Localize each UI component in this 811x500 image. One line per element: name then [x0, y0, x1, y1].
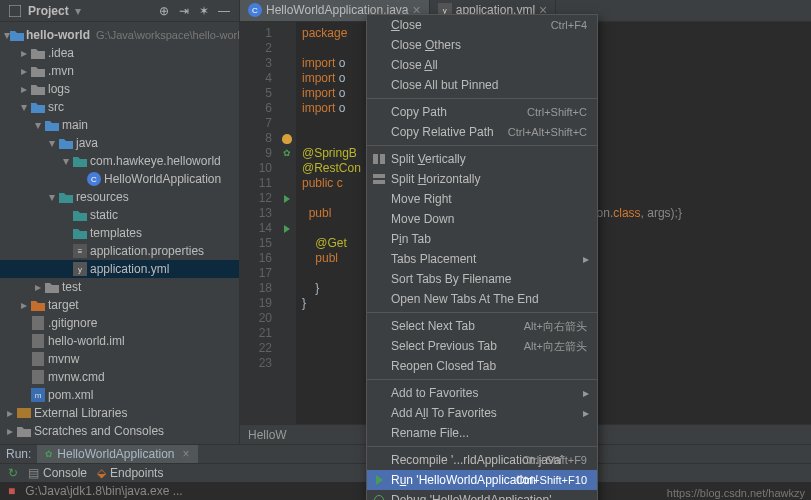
project-icon	[8, 4, 22, 18]
tree-node-src[interactable]: ▾src	[0, 98, 239, 116]
tree-node-templates[interactable]: templates	[0, 224, 239, 242]
maven-icon: m	[31, 388, 45, 402]
split-v-icon	[371, 151, 387, 167]
svg-rect-3	[32, 352, 44, 366]
gutter-icons: ✿	[278, 22, 296, 424]
ctx-split-v[interactable]: Split Vertically	[367, 149, 597, 169]
class-icon: C	[87, 172, 101, 186]
ctx-debug[interactable]: Debug 'HelloWorldApplication'	[367, 490, 597, 500]
close-icon[interactable]: ×	[183, 447, 190, 461]
ctx-sort-tabs[interactable]: Sort Tabs By Filename	[367, 269, 597, 289]
spring-icon: ✿	[283, 146, 291, 161]
context-menu: CloseCtrl+F4 Close Others Close All Clos…	[366, 14, 598, 500]
svg-rect-2	[32, 334, 44, 348]
tree-node-ext-libs[interactable]: ▸External Libraries	[0, 404, 239, 422]
ctx-close[interactable]: CloseCtrl+F4	[367, 15, 597, 35]
tree-node-scratches[interactable]: ▸Scratches and Consoles	[0, 422, 239, 440]
tree-node-target[interactable]: ▸target	[0, 296, 239, 314]
ctx-sel-prev[interactable]: Select Previous TabAlt+向左箭头	[367, 336, 597, 356]
svg-rect-5	[17, 408, 31, 418]
project-sidebar: Project ▾ ⊕ ⇥ ✶ — ▾hello-worldG:\Java\wo…	[0, 0, 240, 444]
ctx-move-down[interactable]: Move Down	[367, 209, 597, 229]
ctx-tabs-placement[interactable]: Tabs Placement▸	[367, 249, 597, 269]
yml-icon: y	[73, 262, 87, 276]
tree-node-app-props[interactable]: ≡application.properties	[0, 242, 239, 260]
ctx-open-new[interactable]: Open New Tabs At The End	[367, 289, 597, 309]
line-gutter: 1234567891011121314151617181920212223	[240, 22, 278, 424]
run-icon	[371, 472, 387, 488]
run-tab[interactable]: ✿HelloWorldApplication×	[37, 445, 197, 463]
ctx-copy-path[interactable]: Copy PathCtrl+Shift+C	[367, 102, 597, 122]
run-label: Run:	[6, 447, 31, 461]
run-gutter-icon[interactable]	[284, 195, 290, 203]
svg-rect-9	[373, 180, 385, 184]
run-gutter-icon[interactable]	[284, 225, 290, 233]
ctx-sel-next[interactable]: Select Next TabAlt+向右箭头	[367, 316, 597, 336]
ctx-copy-rel[interactable]: Copy Relative PathCtrl+Alt+Shift+C	[367, 122, 597, 142]
tree-node-mvnwcmd[interactable]: mvnw.cmd	[0, 368, 239, 386]
ctx-rename[interactable]: Rename File...	[367, 423, 597, 443]
spring-icon: ✿	[45, 449, 53, 459]
hide-icon[interactable]: —	[217, 4, 231, 18]
console-tab[interactable]: ▤Console	[28, 466, 87, 480]
class-icon: C	[248, 3, 262, 17]
ctx-run[interactable]: Run 'HelloWorldApplication'Ctrl+Shift+F1…	[367, 470, 597, 490]
project-tree[interactable]: ▾hello-worldG:\Java\workspace\hello-worl…	[0, 22, 239, 444]
tree-project-root[interactable]: ▾hello-worldG:\Java\workspace\hello-worl…	[0, 26, 239, 44]
ctx-reopen[interactable]: Reopen Closed Tab	[367, 356, 597, 376]
tree-node-app-yml[interactable]: yapplication.yml	[0, 260, 239, 278]
project-header: Project ▾ ⊕ ⇥ ✶ —	[0, 0, 239, 22]
split-h-icon	[371, 171, 387, 187]
ctx-close-pinned[interactable]: Close All but Pinned	[367, 75, 597, 95]
ctx-move-right[interactable]: Move Right	[367, 189, 597, 209]
tree-node-main[interactable]: ▾main	[0, 116, 239, 134]
ctx-close-all[interactable]: Close All	[367, 55, 597, 75]
ctx-add-all-fav[interactable]: Add All To Favorites▸	[367, 403, 597, 423]
tree-node-test[interactable]: ▸test	[0, 278, 239, 296]
svg-rect-7	[380, 154, 385, 164]
svg-rect-4	[32, 370, 44, 384]
rerun-icon[interactable]: ↻	[8, 466, 18, 480]
file-icon: ≡	[73, 244, 87, 258]
svg-rect-1	[32, 316, 44, 330]
target-icon[interactable]: ⊕	[157, 4, 171, 18]
ctx-recompile[interactable]: Recompile '...rldApplication.java'Ctrl+S…	[367, 450, 597, 470]
tree-node-pom[interactable]: mpom.xml	[0, 386, 239, 404]
tree-node-java[interactable]: ▾java	[0, 134, 239, 152]
collapse-icon[interactable]: ⇥	[177, 4, 191, 18]
stop-icon[interactable]: ■	[8, 484, 15, 498]
endpoints-tab[interactable]: ⬙Endpoints	[97, 466, 163, 480]
debug-icon	[371, 492, 387, 500]
tree-node-mvnw[interactable]: mvnw	[0, 350, 239, 368]
tree-node-gitignore[interactable]: .gitignore	[0, 314, 239, 332]
tree-node-app-class[interactable]: CHelloWorldApplication	[0, 170, 239, 188]
tree-node-package[interactable]: ▾com.hawkeye.helloworld	[0, 152, 239, 170]
tree-node-logs[interactable]: ▸logs	[0, 80, 239, 98]
gear-icon[interactable]: ✶	[197, 4, 211, 18]
tree-node-idea[interactable]: ▸.idea	[0, 44, 239, 62]
ctx-pin[interactable]: Pin Tab	[367, 229, 597, 249]
watermark: https://blog.csdn.net/hawkzy	[667, 487, 805, 499]
tree-node-mvn[interactable]: ▸.mvn	[0, 62, 239, 80]
svg-rect-6	[373, 154, 378, 164]
ctx-close-others[interactable]: Close Others	[367, 35, 597, 55]
svg-rect-8	[373, 174, 385, 178]
ctx-add-fav[interactable]: Add to Favorites▸	[367, 383, 597, 403]
ctx-split-h[interactable]: Split Horizontally	[367, 169, 597, 189]
tree-node-static[interactable]: static	[0, 206, 239, 224]
tree-node-resources[interactable]: ▾resources	[0, 188, 239, 206]
tree-node-iml[interactable]: hello-world.iml	[0, 332, 239, 350]
svg-rect-0	[9, 5, 21, 17]
project-title[interactable]: Project	[28, 4, 69, 18]
bulb-icon[interactable]	[282, 134, 292, 144]
